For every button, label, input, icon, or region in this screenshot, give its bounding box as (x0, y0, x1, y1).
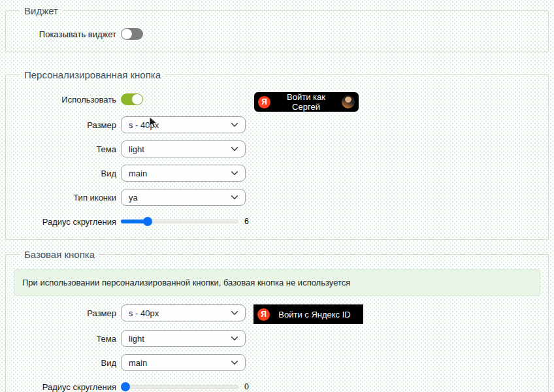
slider-track (121, 385, 238, 389)
radius-row: Радиус скругления 0 (14, 378, 540, 392)
use-label: Использовать (14, 95, 116, 105)
radius-label: Радиус скругления (14, 382, 116, 392)
basic-login-button-preview[interactable]: Я Войти с Яндекс ID (253, 304, 363, 324)
icon-type-select[interactable]: ya (121, 189, 246, 206)
slider-thumb[interactable] (143, 217, 152, 226)
theme-select[interactable]: light (121, 330, 246, 347)
chevron-down-icon (230, 169, 239, 178)
show-widget-row: Показывать виджет (14, 25, 540, 42)
user-avatar (342, 95, 355, 108)
view-select[interactable]: main (121, 354, 246, 371)
basic-login-button-text: Войти с Яндекс ID (270, 310, 359, 319)
radius-label: Радиус скругления (14, 217, 116, 227)
radius-value: 6 (244, 217, 249, 226)
personalized-section-title: Персонализированная кнопка (20, 69, 165, 80)
chevron-down-icon (230, 120, 239, 129)
widget-section-title: Виджет (20, 5, 63, 16)
view-select[interactable]: main (121, 165, 246, 182)
chevron-down-icon (230, 308, 239, 318)
widget-section: Виджет Показывать виджет (5, 5, 549, 52)
chevron-down-icon (230, 193, 239, 202)
view-row: Вид main (14, 354, 540, 371)
basic-section-title: Базовая кнопка (20, 249, 99, 260)
toggle-knob (122, 29, 132, 39)
view-label: Вид (14, 358, 116, 368)
personalized-login-button-text: Войти как Сергей (270, 92, 342, 112)
icon-type-select-value: ya (129, 193, 138, 203)
icon-type-label: Тип иконки (14, 193, 116, 203)
slider-thumb[interactable] (121, 382, 130, 391)
basic-button-notice: При использовании персонализированной кн… (14, 269, 540, 296)
show-widget-toggle[interactable] (121, 28, 143, 40)
theme-label: Тема (14, 144, 116, 154)
personalized-button-section: Персонализированная кнопка Использовать … (5, 69, 549, 240)
view-select-value: main (129, 358, 147, 368)
theme-select-value: light (129, 144, 144, 154)
use-toggle[interactable] (121, 93, 143, 105)
toggle-knob (132, 94, 142, 105)
chevron-down-icon (230, 144, 239, 154)
theme-select[interactable]: light (121, 140, 246, 157)
use-row: Использовать Я Войти как Сергей (14, 90, 540, 109)
size-select[interactable]: s - 40px (121, 116, 246, 133)
yandex-logo-icon: Я (257, 308, 270, 321)
theme-label: Тема (14, 334, 116, 344)
icon-type-row: Тип иконки ya (14, 189, 540, 206)
size-row: Размер s - 40px Я Войти с Яндекс ID (14, 303, 540, 323)
theme-row: Тема light (14, 140, 540, 157)
radius-slider[interactable] (121, 382, 238, 392)
theme-row: Тема light (14, 330, 540, 347)
radius-row: Радиус скругления 6 (14, 213, 540, 230)
theme-select-value: light (129, 334, 144, 344)
size-select-value: s - 40px (129, 308, 159, 318)
view-row: Вид main (14, 165, 540, 182)
chevron-down-icon (230, 334, 239, 343)
radius-value: 0 (244, 382, 249, 391)
settings-page: Виджет Показывать виджет Персонализирова… (0, 0, 554, 392)
view-label: Вид (14, 169, 116, 178)
size-label: Размер (14, 120, 116, 130)
size-label: Размер (14, 308, 116, 318)
yandex-logo-icon: Я (258, 96, 270, 108)
personalized-login-button-preview[interactable]: Я Войти как Сергей (254, 92, 359, 112)
chevron-down-icon (230, 358, 239, 367)
size-select-value: s - 40px (129, 120, 159, 130)
show-widget-label: Показывать виджет (14, 29, 116, 39)
size-select[interactable]: s - 40px (121, 304, 246, 321)
basic-button-section: Базовая кнопка При использовании персона… (5, 249, 549, 392)
size-row: Размер s - 40px (14, 116, 540, 133)
view-select-value: main (129, 169, 147, 178)
radius-slider[interactable] (121, 216, 238, 227)
